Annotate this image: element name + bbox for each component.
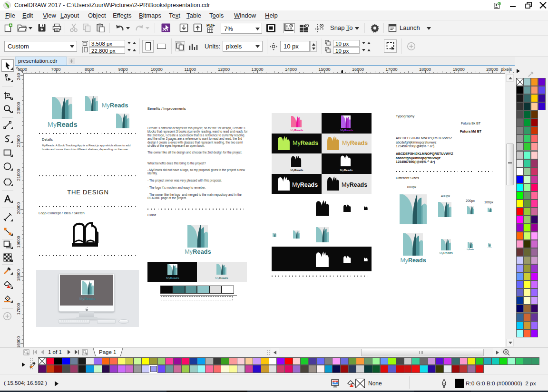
svg-text:y: y bbox=[330, 50, 331, 53]
svg-text:x: x bbox=[330, 43, 331, 46]
